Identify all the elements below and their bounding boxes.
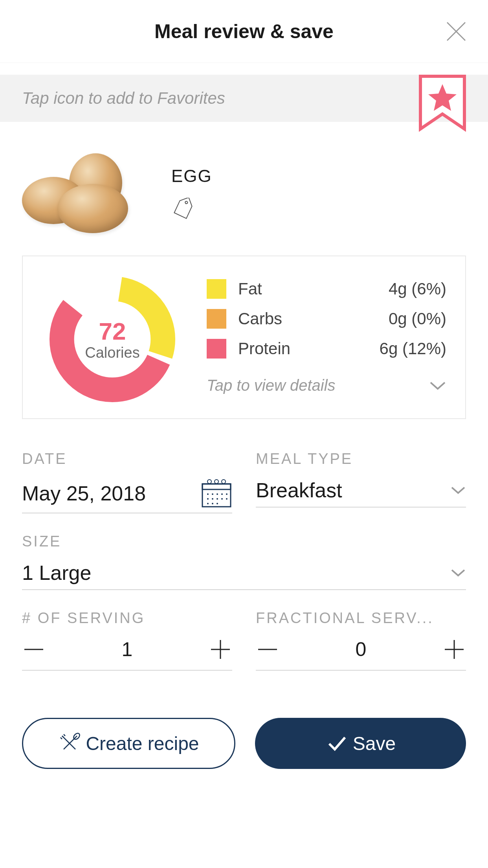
macro-name: Carbs [238,309,389,328]
size-value: 1 Large [22,561,91,585]
macro-name: Fat [238,280,389,298]
meal-type-field[interactable]: MEAL TYPE Breakfast [256,451,466,513]
svg-rect-5 [202,484,231,507]
action-bar: Create recipe Save [0,690,488,769]
chevron-down-icon [450,568,466,577]
calendar-icon [201,478,232,508]
calories-label: Calories [85,344,139,361]
svg-point-12 [216,493,218,495]
save-label: Save [353,733,396,754]
page-title: Meal review & save [154,20,334,43]
bookmark-star-icon [419,75,466,132]
servings-decrement[interactable] [22,638,46,661]
svg-point-19 [226,498,227,500]
date-value: May 25, 2018 [22,482,146,505]
header: Meal review & save [0,0,488,63]
meal-form: DATE May 25, 2018 MEAL TYPE [0,427,488,671]
macro-row-carbs: Carbs 0g (0%) [207,309,446,329]
favorite-button[interactable] [419,75,466,132]
meal-type-label: MEAL TYPE [256,451,466,467]
macro-name: Protein [238,339,380,358]
chevron-down-icon [429,380,446,391]
svg-point-16 [212,498,213,500]
create-recipe-button[interactable]: Create recipe [22,718,235,769]
favorites-hint: Tap icon to add to Favorites [22,89,225,108]
svg-point-10 [207,493,209,495]
svg-point-20 [207,503,209,504]
fractional-increment[interactable] [442,638,466,661]
fractional-label: FRACTIONAL SERV... [256,610,466,627]
nutrition-card: 72 Calories Fat 4g (6%) Carbs 0g (0%) Pr… [22,256,466,419]
servings-field: # OF SERVING 1 [22,610,232,671]
protein-swatch [207,339,226,359]
svg-point-21 [212,503,213,504]
svg-point-22 [216,503,218,504]
details-hint: Tap to view details [207,377,417,394]
macro-value: 0g (0%) [389,309,446,328]
servings-increment[interactable] [209,638,232,661]
servings-label: # OF SERVING [22,610,232,627]
svg-point-9 [222,480,226,484]
chevron-down-icon [450,485,466,495]
check-icon [325,732,348,755]
date-label: DATE [22,451,232,467]
fractional-decrement[interactable] [256,638,279,661]
create-recipe-label: Create recipe [86,733,199,754]
food-header: EGG [0,122,488,248]
plus-icon [442,638,466,661]
svg-rect-6 [202,484,231,489]
macro-value: 4g (6%) [389,280,446,298]
plus-icon [209,638,232,661]
close-icon [446,22,466,41]
food-name: EGG [171,166,212,186]
servings-value: 1 [122,638,133,661]
svg-point-13 [221,493,223,495]
fractional-value: 0 [356,638,367,661]
svg-point-8 [215,480,218,484]
size-label: SIZE [22,533,466,550]
macro-row-fat: Fat 4g (6%) [207,279,446,299]
macro-value: 6g (12%) [380,339,446,358]
food-image [22,153,148,232]
svg-point-18 [221,498,223,500]
fractional-field: FRACTIONAL SERV... 0 [256,610,466,671]
tag-icon[interactable] [171,198,195,219]
carbs-swatch [207,309,226,329]
fat-swatch [207,279,226,299]
minus-icon [22,638,46,661]
date-field[interactable]: DATE May 25, 2018 [22,451,232,513]
svg-point-14 [226,493,227,495]
svg-point-17 [216,498,218,500]
close-button[interactable] [446,22,466,41]
svg-point-2 [185,201,188,204]
utensils-icon [58,732,81,755]
svg-point-15 [207,498,209,500]
calorie-donut-chart: 72 Calories [42,274,183,404]
macro-row-protein: Protein 6g (12%) [207,339,446,359]
svg-point-11 [212,493,213,495]
calories-value: 72 [85,317,139,345]
meal-type-value: Breakfast [256,478,342,502]
size-field[interactable]: SIZE 1 Large [22,533,466,590]
view-details-button[interactable]: Tap to view details [207,377,446,394]
minus-icon [256,638,279,661]
favorites-bar: Tap icon to add to Favorites [0,75,488,122]
svg-point-7 [207,480,211,484]
save-button[interactable]: Save [255,718,466,769]
